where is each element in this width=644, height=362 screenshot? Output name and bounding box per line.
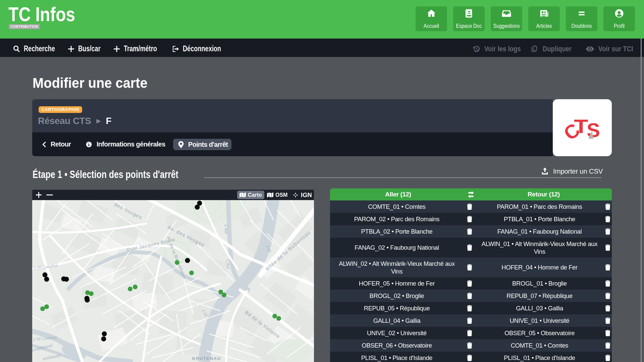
- svg-text:KRUTENAU: KRUTENAU: [192, 356, 221, 361]
- svg-text:L'Aar: L'Aar: [223, 224, 229, 235]
- svg-text:T: T: [574, 116, 588, 137]
